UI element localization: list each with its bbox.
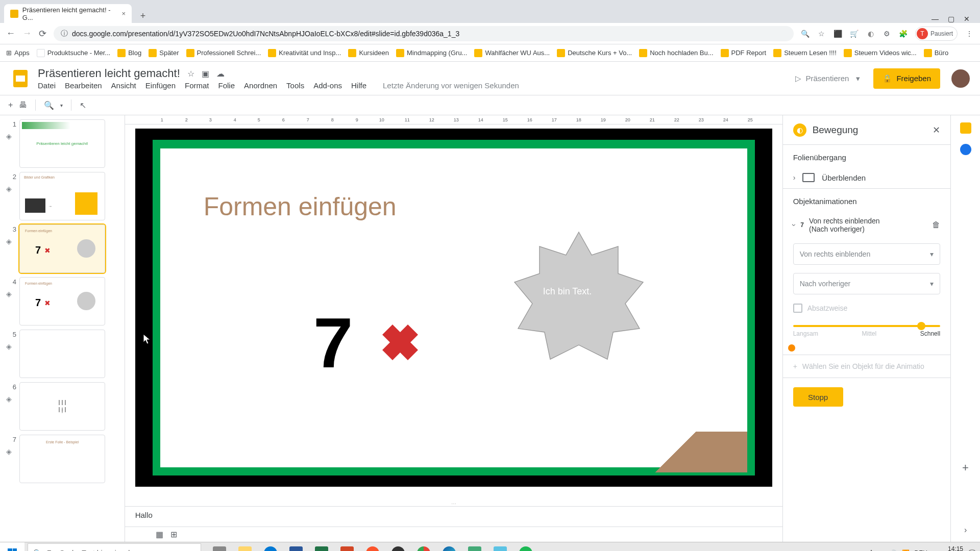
start-button[interactable] [0,542,24,552]
bookmark-item[interactable]: Kreativität und Insp... [268,49,341,57]
taskbar-chrome[interactable] [411,542,436,552]
forward-button[interactable]: → [22,28,32,39]
bookmark-item[interactable]: Professionell Schrei... [186,49,261,57]
add-addon-icon[interactable]: + [962,461,969,474]
taskbar-word[interactable] [284,542,308,552]
tray-language[interactable]: DEU [915,549,927,552]
slider-thumb[interactable] [917,322,925,330]
zoom-tool-icon[interactable]: 🔍 [44,101,54,110]
chevron-right-icon[interactable]: › [964,525,967,535]
tasks-icon[interactable] [960,144,971,155]
grid-view-icon[interactable]: ▦ [156,530,163,539]
print-icon[interactable]: 🖶 [19,101,27,110]
present-button[interactable]: ▷ Präsentieren ▾ [789,70,866,87]
taskbar-edge[interactable] [437,542,461,552]
star-text-label[interactable]: Ich bin Text. [543,286,592,297]
slide-thumbnail-active[interactable]: Formen einfügen7✖ [19,224,105,273]
taskbar-spotify[interactable] [513,542,538,552]
new-tab-button[interactable]: + [136,9,150,23]
slide-thumbnail[interactable]: Formen einfügen7✖ [19,277,105,325]
slide-number-shape[interactable]: 7 [313,302,353,384]
slides-logo[interactable] [10,68,31,89]
menu-tools[interactable]: Tools [286,81,304,90]
animation-timing-select[interactable]: Nach vorheriger ▾ [793,273,940,294]
stop-button[interactable]: Stopp [793,387,843,407]
slide-stage[interactable]: Formen einfügen 7 Ich bin Text. [135,129,772,487]
menu-slide[interactable]: Folie [218,81,235,90]
menu-edit[interactable]: Bearbeiten [65,81,102,90]
bookmark-item[interactable]: Wahlfächer WU Aus... [474,49,550,57]
extension-icon-2[interactable]: ◐ [866,29,875,38]
animation-item[interactable]: › 7 Von rechts einblenden (Nach vorherig… [783,211,950,239]
zoom-dropdown[interactable]: ▾ [60,103,63,108]
bookmark-item[interactable]: Büro [924,49,948,57]
bookmark-item[interactable]: Noch hochladen Bu... [639,49,713,57]
bookmark-item[interactable]: ⊞Apps [6,49,30,57]
tray-wifi-icon[interactable]: 📶 [902,549,910,552]
minimize-icon[interactable]: — [932,15,939,23]
select-tool-icon[interactable]: ↖ [80,101,86,110]
document-title[interactable]: Präsentieren leicht gemacht! [38,67,180,80]
menu-file[interactable]: Datei [38,81,56,90]
red-x-shape[interactable] [375,322,426,373]
animation-type-select[interactable]: Von rechts einblenden ▾ [793,243,940,265]
close-window-icon[interactable]: ✕ [964,15,970,23]
maximize-icon[interactable]: ▢ [948,15,954,23]
reload-button[interactable]: ⟳ [39,28,46,39]
menu-help[interactable]: Hilfe [351,81,366,90]
tray-onedrive-icon[interactable]: ☁ [878,549,884,552]
menu-insert[interactable]: Einfügen [145,81,176,90]
delete-animation-icon[interactable]: 🗑 [932,220,940,230]
task-view-button[interactable] [207,542,232,552]
share-button[interactable]: 🔒 Freigeben [873,68,940,89]
keep-icon[interactable] [960,122,971,134]
close-tab-icon[interactable]: × [121,10,126,17]
star-icon[interactable]: ☆ [187,69,194,79]
slide-thumbnail[interactable] [19,330,105,378]
slide-thumbnail[interactable]: Erste Folie - Beispiel [19,435,105,483]
last-edit-label[interactable]: Letzte Änderung vor wenigen Sekunden [383,81,519,90]
tray-clock[interactable]: 14:15 24.02.2021 [933,545,963,551]
menu-view[interactable]: Ansicht [111,81,136,90]
tray-volume-icon[interactable]: 🔊 [889,549,897,552]
transition-row[interactable]: › Überblenden [783,167,950,189]
site-info-icon[interactable]: ⓘ [61,29,68,38]
filmstrip-view-icon[interactable]: ⊞ [170,530,177,539]
browser-tab[interactable]: Präsentieren leicht gemacht! - G... × [4,4,132,23]
speaker-notes[interactable]: Hallo [125,506,782,527]
profile-button[interactable]: T Pausiert [915,27,958,41]
tray-notifications-icon[interactable]: 💬 [968,549,976,552]
taskbar-search[interactable]: 🔍 Zur Suche Text hier eingeben [28,543,201,552]
url-input[interactable]: ⓘ docs.google.com/presentation/d/1yV372S… [54,26,794,41]
tray-chevron-icon[interactable]: ˄ [870,549,873,552]
bookmark-item[interactable]: Später [149,49,179,57]
bookmark-item[interactable]: Blog [117,49,141,57]
extension-icon[interactable]: ⬛ [834,29,843,38]
bookmark-item[interactable]: Steuern Lesen !!!! [773,49,837,57]
bookmark-item[interactable]: Produktsuche - Mer... [37,49,111,57]
close-panel-icon[interactable]: ✕ [933,124,940,136]
slide-thumbnail[interactable]: Bilder und Grafiken→ [19,172,105,220]
slide-filmstrip[interactable]: 1◈ Präsentieren leicht gemacht! 2◈ Bilde… [0,115,125,542]
account-avatar[interactable] [951,69,970,88]
slide-thumbnail[interactable] [19,382,105,431]
speed-slider[interactable] [793,325,940,327]
menu-addons[interactable]: Add-ons [313,81,342,90]
bookmark-item[interactable]: Mindmapping (Gru... [396,49,468,57]
extension-cart-icon[interactable]: 🛒 [850,29,859,38]
taskbar-obs[interactable] [386,542,410,552]
taskbar-powerpoint[interactable] [335,542,359,552]
add-animation-button[interactable]: + Wählen Sie ein Objekt für die Animatio [783,355,950,378]
browser-menu-icon[interactable]: ⋮ [965,29,974,38]
zoom-icon[interactable]: 🔍 [801,29,810,38]
bookmark-item[interactable]: PDF Report [721,49,767,57]
move-icon[interactable]: ▣ [202,69,209,79]
extension-icon-3[interactable]: ⚙ [883,29,892,38]
taskbar-brave[interactable] [360,542,385,552]
bookmark-star-icon[interactable]: ☆ [817,29,826,38]
slide-title[interactable]: Formen einfügen [204,192,397,221]
taskbar-excel[interactable] [309,542,334,552]
new-slide-button[interactable]: + [8,101,13,110]
taskbar-edge-legacy[interactable] [258,542,283,552]
by-paragraph-checkbox[interactable]: Absatzweise [783,298,950,318]
